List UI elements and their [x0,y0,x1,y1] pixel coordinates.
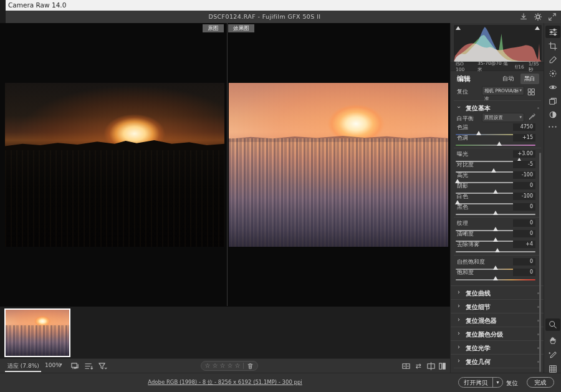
more-tools-button[interactable]: ••• [545,121,560,133]
healing-tool-button[interactable] [545,54,560,66]
chevron-down-icon[interactable]: ▾ [60,362,62,367]
zoom-level-dropdown[interactable]: 100% [45,362,61,368]
chevron-down-icon: › [456,106,463,108]
before-after-divider[interactable] [227,23,228,306]
sort-order-button[interactable] [84,361,94,371]
copy-settings-button[interactable] [437,361,447,371]
rating-separator [243,363,244,369]
panel-divider [454,217,541,218]
save-image-button[interactable] [519,12,529,22]
toggle-fullscreen-button[interactable] [547,12,557,22]
star-icon[interactable]: ☆ [220,361,226,370]
slider-value[interactable]: +4 [513,241,535,248]
slider-label: 色调 [457,134,468,142]
slider-value[interactable]: 0 [513,230,535,237]
histogram[interactable] [454,25,542,62]
highlight-clipping-indicator[interactable] [535,26,540,30]
file-header-bar: DSCF0124.RAF - Fujifilm GFX 50S II [6,11,561,23]
slider-value[interactable]: +15 [513,134,535,141]
slider-handle[interactable] [493,276,498,280]
zoom-tool-button[interactable] [545,318,560,331]
after-image[interactable] [229,83,448,247]
red-eye-tool-button[interactable] [545,81,560,93]
section-curve[interactable]: › 复位曲线 [451,285,544,299]
edit-panel-title: 编辑 [457,74,471,84]
star-icon[interactable]: ☆ [205,361,211,370]
black-white-button[interactable]: 黑白 [520,74,539,84]
filmstrip-orientation-button[interactable] [70,361,80,371]
slider-value[interactable]: -100 [513,171,535,179]
before-view-label: 原图 [203,24,224,32]
star-icon[interactable]: ☆ [213,361,218,370]
slider-value[interactable]: 0 [513,182,535,189]
trash-icon[interactable] [247,363,254,370]
star-icon[interactable]: ☆ [234,361,240,370]
slider-value[interactable]: +3.00 [513,150,535,158]
panel-divider [454,255,541,256]
presets-button[interactable] [545,95,560,107]
chevron-down-icon[interactable]: ▾ [493,380,502,385]
hand-tool-button[interactable] [545,334,560,347]
grid-overlay-button[interactable] [545,363,560,375]
slider-value[interactable]: 0 [513,203,535,211]
slider-track[interactable] [456,145,535,146]
done-button[interactable]: 完成 [527,377,554,388]
star-icon[interactable]: ☆ [227,361,233,370]
slider-value[interactable]: 0 [513,269,535,276]
auto-button[interactable]: 自动 [499,74,517,84]
chevron-right-icon: › [458,289,460,295]
toggle-before-after-button[interactable] [401,361,411,371]
filmstrip-thumbnail-selected[interactable] [4,308,70,357]
camera-raw-window: Camera Raw 14.0 DSCF0124.RAF - Fujifilm … [0,0,561,392]
section-color-grading[interactable]: › 复位颜色分级 [451,327,544,340]
slider-handle[interactable] [495,248,500,252]
snapshots-button[interactable] [545,108,560,121]
slider-value[interactable]: 0 [513,219,535,227]
thumbnail-cityscape [6,325,69,356]
reset-button[interactable]: 复位 [506,380,518,388]
panel-divider [454,148,541,148]
slider-track[interactable] [456,214,535,215]
filter-button[interactable] [97,361,107,371]
slider-value[interactable]: -5 [513,161,535,168]
swap-before-after-button[interactable]: ⇄ [413,361,423,371]
white-balance-label: 白平衡 [457,115,474,123]
zoom-fit-dropdown[interactable]: 适应 (7.8%) [7,362,39,370]
sampler-eyedropper-icon [549,351,557,360]
section-detail[interactable]: › 复位细节 [451,299,544,313]
after-view-label: 效果图 [228,24,254,32]
white-balance-eyedropper-button[interactable] [528,112,536,123]
profile-dropdown[interactable]: 相机 PROVIA/标准 ▾ [482,86,524,95]
profile-browser-button[interactable] [527,87,535,98]
edit-tool-button[interactable] [545,26,560,38]
color-sampler-button[interactable] [545,349,560,361]
split-view-button[interactable] [426,361,436,371]
masking-tool-button[interactable] [545,67,560,80]
before-image[interactable] [5,83,224,247]
chevron-right-icon: › [458,357,460,364]
slider-track[interactable] [456,279,535,280]
sort-icon [84,361,94,371]
section-geometry[interactable]: › 复位几何 [451,354,544,368]
slider-handle[interactable] [497,141,502,146]
preferences-button[interactable] [533,12,543,22]
section-color-mixer[interactable]: › 复位混色器 [451,313,544,327]
slider-value[interactable]: 4750 [513,123,535,131]
chevron-down-icon: ▾ [519,113,522,122]
section-label: 复位曲线 [466,289,491,298]
slider-value[interactable]: 0 [513,258,535,265]
white-balance-dropdown[interactable]: 原照设置 ▾ [482,113,524,122]
open-copy-button[interactable]: 打开拷贝 ▾ [458,377,503,388]
slider-handle[interactable] [493,211,498,215]
shadow-clipping-indicator[interactable] [456,26,461,30]
exif-shutter: 1/35 秒 [529,61,544,73]
workflow-options-link[interactable]: Adobe RGB (1998) - 8 位 - 8256 x 6192 (51… [0,379,450,386]
chevron-down-icon: ▾ [519,87,522,95]
section-optics[interactable]: › 复位光学 [451,340,544,354]
slider-track[interactable] [456,251,535,252]
slider-value[interactable]: -100 [513,193,535,200]
section-label: 复位颜色分级 [466,330,503,339]
filmstrip-icon [70,361,80,371]
crop-tool-button[interactable] [545,40,560,52]
panel-scrollbar[interactable] [539,153,541,372]
